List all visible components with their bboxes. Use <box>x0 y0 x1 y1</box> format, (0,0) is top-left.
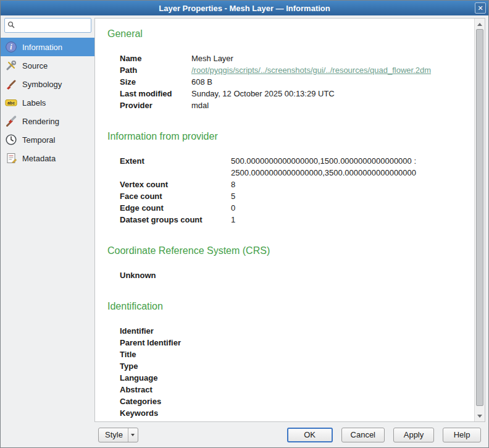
info-row-face-count: Face count 5 <box>120 190 459 202</box>
row-value: 1 <box>231 214 459 226</box>
row-value: Mesh Layer <box>191 53 459 64</box>
source-icon <box>5 59 17 72</box>
row-label: Extent <box>120 155 231 167</box>
vertical-scrollbar[interactable] <box>474 19 485 421</box>
sidebar-item-label: Source <box>22 61 48 70</box>
info-row-path: Path /root/pyqgis/scripts/../screenshots… <box>120 64 459 76</box>
info-row-crs: Unknown <box>120 269 459 281</box>
titlebar[interactable]: Layer Properties - Mesh Layer — Informat… <box>1 1 488 15</box>
sidebar-item-source[interactable]: Source <box>1 56 94 75</box>
cancel-button[interactable]: Cancel <box>341 428 385 442</box>
svg-text:abc: abc <box>7 101 15 105</box>
row-value: 0 <box>231 202 459 214</box>
info-row-edge-count: Edge count 0 <box>120 202 459 214</box>
information-icon: i <box>5 41 17 53</box>
row-label: Abstract <box>120 384 191 395</box>
layer-path-link[interactable]: /root/pyqgis/scripts/../screenshots/gui/… <box>191 66 431 75</box>
style-button-label: Style <box>99 428 128 442</box>
info-row-extent: Extent 500.0000000000000000,1500.0000000… <box>120 155 459 179</box>
sidebar-item-symbology[interactable]: Symbology <box>1 75 94 93</box>
section-heading-identification: Identification <box>107 300 459 313</box>
help-button[interactable]: Help <box>443 428 481 442</box>
symbology-icon <box>5 78 17 90</box>
provider-rows: Extent 500.0000000000000000,1500.0000000… <box>120 155 459 226</box>
sidebar-item-label: Symbology <box>22 80 62 89</box>
sidebar-item-rendering[interactable]: Rendering <box>1 112 94 130</box>
row-label: Provider <box>120 99 191 111</box>
row-label: Vertex count <box>120 179 231 190</box>
row-label: Size <box>120 76 191 88</box>
row-label: Title <box>120 349 191 360</box>
row-label: Keywords <box>120 407 191 419</box>
row-value: Sunday, 12 October 2025 00:13:29 UTC <box>191 88 459 99</box>
sidebar-item-metadata[interactable]: Metadata <box>1 149 94 167</box>
labels-icon: abc <box>5 96 17 109</box>
window-title: Layer Properties - Mesh Layer — Informat… <box>159 4 330 13</box>
information-page: General Name Mesh Layer Path /root/pyqgi… <box>95 19 474 421</box>
info-row-parent-identifier: Parent Identifier <box>120 337 459 349</box>
sidebar-item-label: Rendering <box>22 117 59 126</box>
row-label: Dataset groups count <box>120 214 231 226</box>
close-icon[interactable]: ✕ <box>475 2 486 14</box>
sidebar-item-label: Labels <box>22 98 46 108</box>
info-row-abstract: Abstract <box>120 384 459 395</box>
style-button[interactable]: Style <box>98 428 138 442</box>
sidebar-item-label: Metadata <box>22 154 56 163</box>
information-panel: General Name Mesh Layer Path /root/pyqgi… <box>94 18 485 422</box>
sidebar-item-labels[interactable]: abc Labels <box>1 93 94 112</box>
row-label: Type <box>120 360 191 372</box>
identification-rows: Identifier Parent Identifier Title Type … <box>120 325 459 419</box>
dialog-footer: Style OK Cancel Apply Help <box>1 422 488 447</box>
row-value: mdal <box>191 99 459 111</box>
sidebar-item-temporal[interactable]: Temporal <box>1 130 94 149</box>
clock-icon <box>5 133 17 146</box>
section-heading-crs: Coordinate Reference System (CRS) <box>107 244 459 257</box>
row-label: Language <box>120 372 191 384</box>
section-heading-general: General <box>107 27 459 40</box>
row-label: Identifier <box>120 325 191 337</box>
scroll-up-icon[interactable] <box>475 19 485 29</box>
chevron-down-icon[interactable] <box>128 428 138 442</box>
row-label: Path <box>120 64 191 76</box>
row-value: 8 <box>231 179 459 190</box>
search-icon <box>7 21 15 30</box>
info-row-dataset-groups: Dataset groups count 1 <box>120 214 459 226</box>
properties-sidebar: i Information Source Symbology abc <box>1 18 94 422</box>
info-row-modified: Last modified Sunday, 12 October 2025 00… <box>120 88 459 99</box>
row-value: 608 B <box>191 76 459 88</box>
dialog-body: i Information Source Symbology abc <box>1 15 488 422</box>
info-row-size: Size 608 B <box>120 76 459 88</box>
row-label: Last modified <box>120 88 191 99</box>
info-row-language: Language <box>120 372 459 384</box>
metadata-icon <box>5 152 17 164</box>
row-label: Categories <box>120 395 191 407</box>
crs-value: Unknown <box>120 269 191 281</box>
info-row-identifier: Identifier <box>120 325 459 337</box>
row-value: 5 <box>231 190 459 202</box>
section-heading-provider: Information from provider <box>107 130 459 143</box>
info-row-vertex-count: Vertex count 8 <box>120 179 459 190</box>
general-rows: Name Mesh Layer Path /root/pyqgis/script… <box>120 53 459 111</box>
crs-rows: Unknown <box>120 269 459 281</box>
info-row-provider: Provider mdal <box>120 99 459 111</box>
sidebar-item-label: Information <box>22 43 62 52</box>
search-input[interactable] <box>17 20 88 30</box>
info-row-type: Type <box>120 360 459 372</box>
sidebar-item-label: Temporal <box>22 135 55 145</box>
action-buttons: OK Cancel Apply Help <box>287 428 481 442</box>
rendering-icon <box>5 115 17 127</box>
apply-button[interactable]: Apply <box>393 428 434 442</box>
sidebar-search <box>4 18 91 33</box>
info-row-name: Name Mesh Layer <box>120 53 459 64</box>
row-label: Parent Identifier <box>120 337 191 349</box>
scroll-down-icon[interactable] <box>475 411 485 421</box>
layer-properties-dialog: Layer Properties - Mesh Layer — Informat… <box>0 0 489 448</box>
scrollbar-thumb[interactable] <box>476 29 483 406</box>
ok-button[interactable]: OK <box>287 428 333 442</box>
info-row-categories: Categories <box>120 395 459 407</box>
row-label: Name <box>120 53 191 64</box>
row-label: Edge count <box>120 202 231 214</box>
info-row-title: Title <box>120 349 459 360</box>
extent-line-2: 2500.0000000000000000,3500.0000000000000… <box>231 167 459 179</box>
sidebar-item-information[interactable]: i Information <box>1 38 94 56</box>
